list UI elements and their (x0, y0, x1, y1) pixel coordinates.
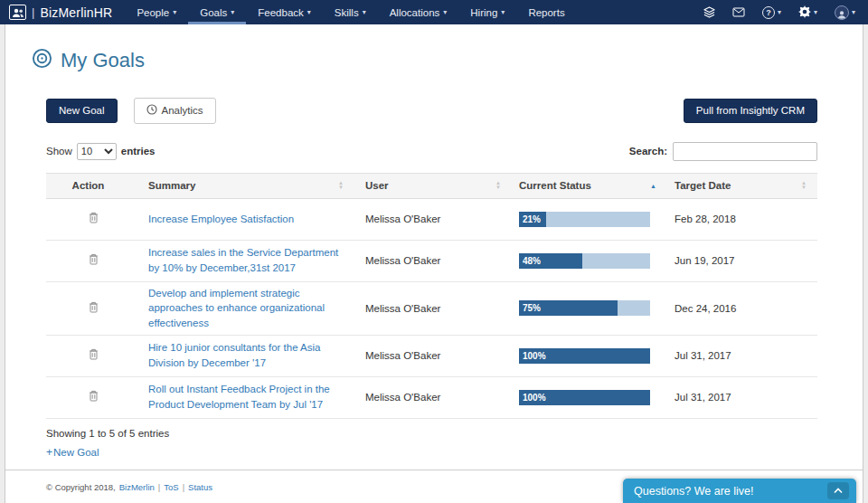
progress-label: 21% (523, 214, 541, 224)
nav-item-people[interactable]: People ▾ (125, 0, 188, 24)
nav-item-skills[interactable]: Skills ▾ (323, 0, 378, 24)
goal-summary-link[interactable]: Increase sales in the Service Department… (148, 247, 338, 273)
column-header-user[interactable]: User ▲▼ (358, 174, 512, 198)
entries-label: entries (121, 146, 156, 157)
chat-collapse-button[interactable] (827, 482, 849, 499)
goal-target-date: Feb 28, 2018 (675, 214, 736, 224)
modules-layers-icon[interactable] (703, 6, 715, 18)
goal-summary-link[interactable]: Hire 10 junior consultants for the Asia … (148, 342, 321, 368)
help-menu[interactable]: ? ▾ (762, 6, 781, 19)
progress-label: 48% (523, 256, 541, 266)
caret-down-icon: ▾ (363, 9, 366, 16)
progress-bar: 21% (519, 212, 650, 227)
table-header-row: Action Summary ▲▼ User ▲▼ Current Status… (46, 173, 817, 199)
goal-user: Melissa O'Baker (365, 392, 440, 403)
new-goal-link[interactable]: + New Goal (46, 447, 99, 458)
caret-down-icon: ▾ (778, 9, 781, 16)
caret-down-icon: ▾ (814, 9, 817, 16)
goal-target-date: Jul 31, 2017 (675, 392, 731, 403)
column-header-current-status[interactable]: Current Status ▲ (512, 174, 667, 198)
brand-name: BizMerlinHR (40, 5, 112, 20)
goal-target-date: Jun 19, 2017 (675, 255, 735, 266)
goals-table: Action Summary ▲▼ User ▲▼ Current Status… (46, 173, 817, 419)
brand-separator: | (32, 5, 34, 19)
top-navbar: | BizMerlinHR People ▾ Goals ▾ Feedback … (0, 0, 868, 24)
table-row: Roll out Instant Feedback Project in the… (46, 377, 817, 419)
progress-label: 75% (523, 303, 541, 313)
avatar (835, 5, 849, 20)
clock-icon (146, 104, 157, 118)
main-content: My Goals New Goal Analytics Pull from In… (5, 24, 863, 470)
search-input[interactable] (673, 142, 817, 161)
delete-goal-button[interactable] (85, 210, 102, 228)
brand[interactable]: | BizMerlinHR (0, 0, 125, 24)
chevron-up-icon (834, 488, 843, 494)
user-menu[interactable]: ▾ (835, 5, 855, 20)
caret-down-icon: ▾ (231, 9, 234, 16)
live-chat-bar[interactable]: Questions? We are live! (623, 479, 856, 503)
analytics-button[interactable]: Analytics (134, 98, 216, 124)
goal-user: Melissa O'Baker (365, 350, 440, 361)
table-row: Increase Employee Satisfaction Melissa O… (46, 199, 817, 241)
progress-bar: 100% (519, 390, 650, 405)
progress-label: 100% (523, 351, 546, 361)
column-header-summary[interactable]: Summary ▲▼ (141, 174, 358, 198)
caret-down-icon: ▾ (501, 9, 505, 16)
goal-user: Melissa O'Baker (365, 303, 440, 314)
table-row: Increase sales in the Service Department… (46, 241, 817, 282)
progress-label: 100% (523, 393, 546, 403)
goal-target-icon (31, 47, 53, 73)
footer-tos-link[interactable]: ToS (164, 482, 178, 492)
caret-down-icon: ▾ (852, 9, 855, 16)
table-controls: Show 10 entries Search: (46, 142, 817, 161)
mail-icon[interactable] (732, 7, 745, 17)
delete-goal-button[interactable] (85, 252, 102, 270)
progress-bar: 100% (519, 348, 650, 364)
people-logo-icon (9, 5, 26, 20)
sort-icon: ▲▼ (801, 181, 807, 190)
page-frame: My Goals New Goal Analytics Pull from In… (5, 24, 863, 503)
column-header-action[interactable]: Action (46, 174, 141, 198)
settings-menu[interactable]: ▾ (798, 5, 817, 20)
gear-icon (798, 5, 811, 20)
page-title-block: My Goals (31, 47, 817, 73)
goal-summary-link[interactable]: Develop and implement strategic approach… (148, 288, 325, 328)
sort-icon: ▲▼ (495, 181, 501, 190)
caret-down-icon: ▾ (443, 9, 447, 16)
progress-bar: 48% (519, 253, 650, 269)
goal-target-date: Jul 31, 2017 (675, 350, 731, 361)
sort-asc-icon: ▲ (650, 183, 656, 189)
pull-insightly-crm-button[interactable]: Pull from Insightly CRM (684, 99, 817, 123)
plus-icon: + (46, 447, 52, 458)
goal-summary-link[interactable]: Roll out Instant Feedback Project in the… (148, 384, 330, 410)
help-icon: ? (762, 6, 775, 19)
sort-icon: ▲▼ (338, 181, 344, 190)
table-row: Hire 10 junior consultants for the Asia … (46, 336, 817, 377)
new-goal-button[interactable]: New Goal (46, 99, 118, 123)
goal-summary-link[interactable]: Increase Employee Satisfaction (148, 214, 294, 224)
nav-item-hiring[interactable]: Hiring ▾ (458, 0, 516, 24)
toolbar: New Goal Analytics Pull from Insightly C… (46, 98, 817, 124)
goal-user: Melissa O'Baker (365, 255, 440, 266)
nav-item-allocations[interactable]: Allocations ▾ (378, 0, 459, 24)
caret-down-icon: ▾ (173, 9, 176, 16)
copyright-text: © Copyright 2018, (46, 482, 116, 492)
nav-item-feedback[interactable]: Feedback ▾ (246, 0, 323, 24)
page-size-select[interactable]: 10 (77, 143, 117, 160)
delete-goal-button[interactable] (85, 346, 102, 365)
column-header-target-date[interactable]: Target Date ▲▼ (667, 174, 817, 198)
delete-goal-button[interactable] (85, 388, 102, 406)
table-row: Develop and implement strategic approach… (46, 282, 817, 336)
show-label: Show (46, 146, 72, 157)
nav-item-reports[interactable]: Reports (516, 0, 576, 24)
chat-label: Questions? We are live! (634, 485, 753, 498)
nav-item-goals[interactable]: Goals ▾ (188, 0, 246, 24)
navbar-utilities: ? ▾ ▾ ▾ (703, 0, 868, 24)
delete-goal-button[interactable] (85, 299, 102, 318)
search-label: Search: (629, 146, 667, 157)
page-title: My Goals (61, 49, 145, 72)
footer-status-link[interactable]: Status (188, 482, 212, 492)
showing-entries-text: Showing 1 to 5 of 5 entries (46, 428, 817, 439)
caret-down-icon: ▾ (307, 9, 311, 16)
footer-brand-link[interactable]: BizMerlin (119, 482, 155, 492)
